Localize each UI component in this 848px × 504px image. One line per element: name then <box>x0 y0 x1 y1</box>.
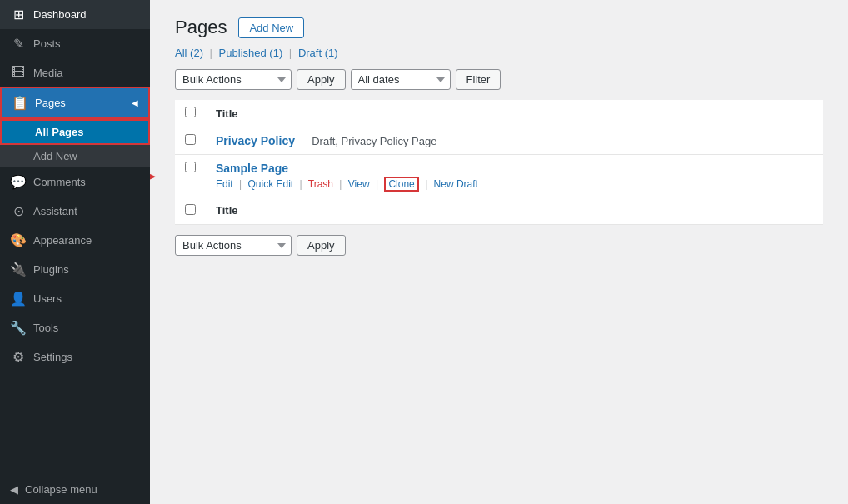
clone-link[interactable]: Clone <box>384 177 418 192</box>
pages-chevron-icon: ◀ <box>132 98 138 107</box>
page-title-link[interactable]: Privacy Policy <box>216 134 295 147</box>
row-checkbox-cell-footer <box>175 197 206 225</box>
sidebar-item-plugins[interactable]: 🔌 Plugins <box>0 255 150 284</box>
pages-submenu: All Pages Add New <box>0 119 150 167</box>
page-title: Pages <box>175 17 227 38</box>
filter-links: All (2) | Published (1) | Draft (1) <box>175 47 823 59</box>
apply-button-bottom[interactable]: Apply <box>297 235 346 256</box>
filter-button[interactable]: Filter <box>456 69 501 90</box>
table-row: ➤ Sample Page Edit | Quick Edit | Trash … <box>175 155 823 197</box>
sidebar: ⊞ Dashboard ✎ Posts 🎞 Media 📋 Pages ◀ Al… <box>0 0 150 504</box>
filter-published-link[interactable]: Published (1) <box>219 47 286 59</box>
row-actions: Edit | Quick Edit | Trash | View | Clone… <box>216 178 813 190</box>
sidebar-item-posts[interactable]: ✎ Posts <box>0 29 150 58</box>
sidebar-item-label: Posts <box>33 37 61 50</box>
filter-sep-2: | <box>289 47 292 59</box>
sidebar-item-label: Users <box>33 292 62 305</box>
pages-icon: 📋 <box>12 95 28 111</box>
page-header: Pages Add New <box>175 17 823 38</box>
row-checkbox-footer[interactable] <box>185 204 196 215</box>
row-checkbox[interactable] <box>185 162 196 172</box>
sidebar-item-label: Pages <box>35 97 66 109</box>
sidebar-item-label: Settings <box>33 351 72 363</box>
users-icon: 👤 <box>10 291 27 307</box>
plugins-icon: 🔌 <box>10 262 27 277</box>
sidebar-item-label: Appearance <box>33 234 92 247</box>
sidebar-item-appearance[interactable]: 🎨 Appearance <box>0 226 150 255</box>
bulk-actions-select-top[interactable]: Bulk Actions Edit Move to Trash <box>175 69 292 90</box>
apply-button-top[interactable]: Apply <box>297 69 346 90</box>
tools-icon: 🔧 <box>10 320 27 336</box>
collapse-menu-button[interactable]: ◀ Collapse menu <box>0 475 150 504</box>
row-title-cell-footer: Title <box>206 197 823 225</box>
row-title-cell: Privacy Policy — Draft, Privacy Policy P… <box>206 127 823 155</box>
collapse-icon: ◀ <box>10 483 18 496</box>
add-new-label: Add New <box>33 150 77 162</box>
new-draft-link[interactable]: New Draft <box>434 178 478 190</box>
table-row-footer: Title <box>175 197 823 225</box>
assistant-icon: ⊙ <box>10 203 27 219</box>
settings-icon: ⚙ <box>10 349 27 365</box>
collapse-label: Collapse menu <box>25 483 97 496</box>
all-dates-select[interactable]: All dates <box>351 69 451 90</box>
edit-link[interactable]: Edit <box>216 178 233 190</box>
media-icon: 🎞 <box>10 65 27 80</box>
top-toolbar: Bulk Actions Edit Move to Trash Apply Al… <box>175 69 823 90</box>
row-checkbox-cell: ➤ <box>175 155 206 197</box>
bulk-actions-select-bottom[interactable]: Bulk Actions Edit Move to Trash <box>175 235 292 256</box>
filter-sep-1: | <box>210 47 212 59</box>
submenu-item-add-new[interactable]: Add New <box>0 145 150 167</box>
title-column-header: Title <box>206 100 823 127</box>
sidebar-item-users[interactable]: 👤 Users <box>0 284 150 313</box>
view-link[interactable]: View <box>348 178 370 190</box>
appearance-icon: 🎨 <box>10 232 27 248</box>
submenu-item-all-pages[interactable]: All Pages <box>0 119 150 145</box>
sidebar-item-comments[interactable]: 💬 Comments <box>0 167 150 197</box>
pages-table: Title Privacy Policy — Draft, Privacy Po… <box>175 100 823 225</box>
quick-edit-link[interactable]: Quick Edit <box>248 178 294 190</box>
page-title-link[interactable]: Sample Page <box>216 162 288 175</box>
sidebar-item-tools[interactable]: 🔧 Tools <box>0 313 150 342</box>
sidebar-item-dashboard[interactable]: ⊞ Dashboard <box>0 0 150 29</box>
sidebar-item-media[interactable]: 🎞 Media <box>0 58 150 87</box>
select-all-checkbox[interactable] <box>185 107 196 117</box>
sidebar-item-label: Plugins <box>33 263 69 276</box>
row-checkbox[interactable] <box>185 134 196 145</box>
sidebar-item-settings[interactable]: ⚙ Settings <box>0 342 150 372</box>
sidebar-item-label: Comments <box>33 176 86 188</box>
sidebar-item-assistant[interactable]: ⊙ Assistant <box>0 197 150 226</box>
footer-title-label: Title <box>216 204 238 217</box>
posts-icon: ✎ <box>10 36 27 52</box>
dashboard-icon: ⊞ <box>10 7 27 22</box>
sidebar-item-label: Media <box>33 67 62 79</box>
all-pages-label: All Pages <box>35 126 84 138</box>
sidebar-item-label: Tools <box>33 322 58 334</box>
red-arrow-indicator: ➤ <box>150 162 157 190</box>
row-checkbox-cell <box>175 127 206 155</box>
row-title: Privacy Policy — Draft, Privacy Policy P… <box>216 134 813 147</box>
bottom-toolbar: Bulk Actions Edit Move to Trash Apply <box>175 235 823 256</box>
select-all-header <box>175 100 206 127</box>
sidebar-item-label: Dashboard <box>33 8 87 21</box>
filter-draft-link[interactable]: Draft (1) <box>298 47 338 59</box>
trash-link[interactable]: Trash <box>308 178 333 190</box>
add-new-button[interactable]: Add New <box>238 17 304 38</box>
sidebar-item-label: Assistant <box>33 205 77 217</box>
row-title: Sample Page <box>216 162 813 175</box>
sidebar-item-pages[interactable]: 📋 Pages ◀ <box>0 87 150 119</box>
main-content: Pages Add New All (2) | Published (1) | … <box>150 0 848 504</box>
row-title-cell: Sample Page Edit | Quick Edit | Trash | … <box>206 155 823 197</box>
row-subtitle: — Draft, Privacy Policy Page <box>298 135 437 147</box>
filter-all-link[interactable]: All (2) <box>175 47 207 59</box>
comments-icon: 💬 <box>10 174 27 190</box>
table-row: Privacy Policy — Draft, Privacy Policy P… <box>175 127 823 155</box>
